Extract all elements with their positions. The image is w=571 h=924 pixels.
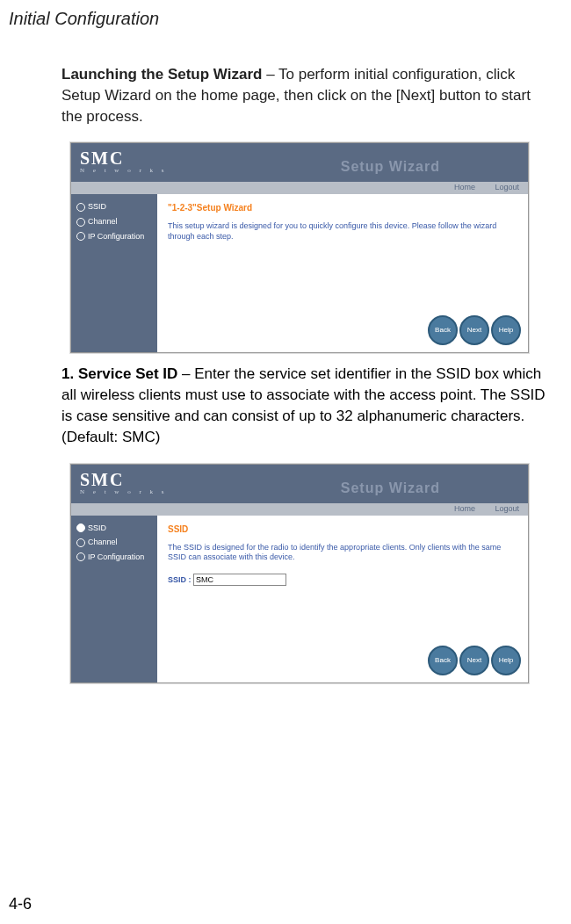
ssid-form-row: SSID : (168, 574, 517, 586)
launching-bold: Launching the Setup Wizard (61, 66, 262, 83)
wizard-buttons: Back Next Help (428, 315, 521, 345)
sidebar-item-ip[interactable]: IP Configuration (75, 550, 154, 565)
step-1: 1. Service Set ID – Enter the service se… (0, 353, 571, 447)
logo-big: SMC (80, 148, 124, 168)
screenshot-ssid-config: SMC N e t w o r k s Setup Wizard Home Lo… (70, 464, 529, 683)
help-button[interactable]: Help (491, 646, 521, 675)
help-button[interactable]: Help (491, 315, 521, 345)
bullet-icon (76, 203, 85, 212)
wizard-buttons: Back Next Help (428, 646, 521, 675)
sidebar-item-ssid[interactable]: SSID (75, 199, 154, 214)
bullet-icon (76, 552, 85, 561)
bullet-icon (76, 538, 85, 547)
next-button[interactable]: Next (459, 646, 489, 675)
ss-sidebar: SSID Channel IP Configuration (71, 194, 157, 352)
back-button[interactable]: Back (428, 646, 458, 675)
next-button[interactable]: Next (459, 315, 489, 345)
smc-logo: SMC N e t w o r k s (80, 148, 167, 174)
step-number: 1. (61, 365, 74, 382)
smc-logo: SMC N e t w o r k s (80, 470, 167, 495)
ss-main: SSID The SSID is designed for the radio … (157, 516, 528, 682)
logo-small: N e t w o r k s (80, 167, 167, 174)
back-button[interactable]: Back (428, 315, 458, 345)
step-default: (Default: SMC) (61, 429, 160, 445)
home-link[interactable]: Home (454, 504, 475, 513)
logout-link[interactable]: Logout (495, 504, 519, 513)
ss-header: SMC N e t w o r k s Setup Wizard (71, 465, 528, 503)
ss-main: "1-2-3"Setup Wizard This setup wizard is… (157, 194, 528, 352)
ss-header: SMC N e t w o r k s Setup Wizard (71, 143, 528, 182)
logo-big: SMC (80, 470, 124, 489)
wizard-intro-title: "1-2-3"Setup Wizard (168, 203, 517, 213)
ssid-label: SSID : (168, 575, 192, 584)
ssid-section-title: SSID (168, 524, 517, 534)
sidebar-item-channel[interactable]: Channel (75, 214, 154, 229)
sidebar-item-ip[interactable]: IP Configuration (75, 229, 154, 244)
wizard-intro-text: This setup wizard is designed for you to… (168, 221, 517, 242)
bullet-icon (76, 232, 85, 241)
ssid-section-text: The SSID is designed for the radio to id… (168, 543, 517, 563)
ss-body: SSID Channel IP Configuration SSID The S… (71, 516, 528, 682)
setup-wizard-title: Setup Wizard (341, 480, 440, 496)
bullet-icon (76, 218, 85, 227)
ss-subbar: Home Logout (71, 182, 528, 194)
ss-subbar: Home Logout (71, 503, 528, 516)
logo-small: N e t w o r k s (80, 488, 167, 495)
ss-body: SSID Channel IP Configuration "1-2-3"Set… (71, 194, 528, 352)
sidebar-item-ssid[interactable]: SSID (75, 521, 154, 536)
screenshot-setup-wizard-intro: SMC N e t w o r k s Setup Wizard Home Lo… (70, 142, 529, 353)
setup-wizard-title: Setup Wizard (341, 159, 440, 175)
bullet-filled-icon (76, 523, 85, 532)
page-header: Initial Configuration (0, 0, 571, 29)
home-link[interactable]: Home (454, 183, 475, 191)
ss-sidebar: SSID Channel IP Configuration (71, 516, 157, 682)
step-label: Service Set ID (78, 365, 177, 382)
launching-paragraph: Launching the Setup Wizard – To perform … (0, 29, 571, 126)
ssid-input[interactable] (193, 574, 286, 586)
logout-link[interactable]: Logout (495, 183, 519, 191)
sidebar-item-channel[interactable]: Channel (75, 535, 154, 550)
page-number: 4-6 (9, 895, 32, 913)
